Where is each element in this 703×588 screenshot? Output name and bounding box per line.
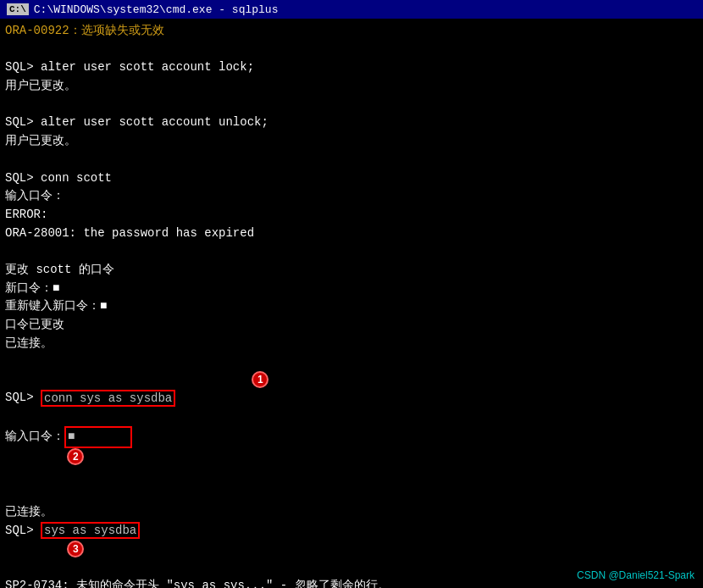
line-blank-3 (5, 151, 698, 169)
line-input-prompt-2: 输入口令：■ 2 也是前面安装的那个密码，如同我的是root (5, 426, 698, 503)
line-alter-lock: SQL> alter user scott account lock; (5, 58, 698, 77)
line-connected-1: 已连接。 (5, 335, 698, 353)
line-blank-1 (5, 41, 698, 59)
line-conn-scott: SQL> conn scott (5, 169, 698, 188)
line-conn-sys: SQL> conn sys as sysdba 1 (5, 352, 698, 426)
bubble-3: 3 (67, 541, 84, 557)
line-error: ERROR: (5, 206, 698, 225)
highlight-input: ■ (64, 426, 132, 448)
highlight-conn-sys: conn sys as sysdba (41, 390, 175, 407)
window-title: C:\WINDOWS\system32\cmd.exe - sqlplus (34, 3, 279, 16)
bubble-2: 2 (67, 448, 84, 465)
line-blank-4 (5, 242, 698, 261)
line-user-changed-2: 用户已更改。 (5, 132, 698, 151)
line-change-pwd: 更改 scott 的口令 (5, 261, 698, 280)
watermark: CSDN @Daniel521-Spark (577, 569, 695, 581)
line-ora-28001: ORA-28001: the password has expired (5, 225, 698, 243)
line-alter-unlock: SQL> alter user scott account unlock; (5, 114, 698, 132)
highlight-sys-as-sysdba: sys as sysdba (41, 522, 140, 539)
line-blank-2 (5, 96, 698, 114)
line-connected-2: 已连接。 (5, 503, 698, 522)
terminal-body[interactable]: ORA-00922：选项缺失或无效 SQL> alter user scott … (0, 19, 703, 588)
line-user-changed-1: 用户已更改。 (5, 77, 698, 96)
title-bar: C:\ C:\WINDOWS\system32\cmd.exe - sqlplu… (0, 0, 703, 19)
line-retype-pwd: 重新键入新口令：■ (5, 297, 698, 316)
line-ora-00922: ORA-00922：选项缺失或无效 (5, 22, 698, 41)
line-input-prompt-1: 输入口令： (5, 187, 698, 206)
cmd-icon: C:\ (7, 3, 29, 15)
line-sys-as-sysdba: SQL> sys as sysdba 3 (5, 522, 698, 577)
annotation-text-2: 也是前面安装的那个密码，如同我的是root (69, 469, 274, 481)
line-pwd-changed: 口令已更改 (5, 316, 698, 335)
window: C:\ C:\WINDOWS\system32\cmd.exe - sqlplu… (0, 0, 703, 588)
bubble-1: 1 (252, 371, 268, 388)
line-new-pwd: 新口令：■ (5, 280, 698, 298)
